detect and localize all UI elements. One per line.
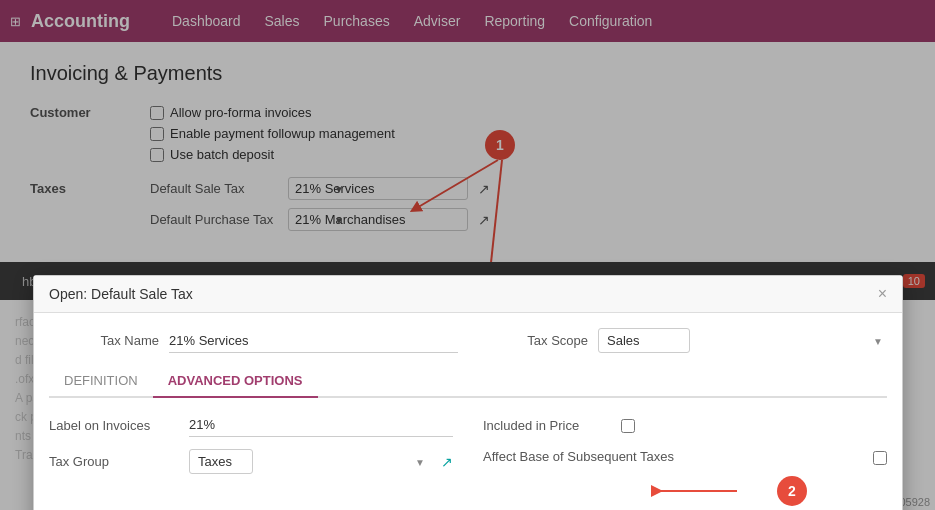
tax-name-label: Tax Name <box>49 333 159 348</box>
label-on-invoices-input[interactable] <box>189 413 453 437</box>
modal-dialog: Open: Default Sale Tax × Tax Name Tax Sc… <box>33 275 903 510</box>
annotation-area: 2 <box>49 486 887 510</box>
modal-top-form-row: Tax Name Tax Scope Sales Purchases None … <box>49 328 887 353</box>
tab-content: Label on Invoices Included in Price Tax … <box>49 413 887 474</box>
tax-group-select[interactable]: Taxes <box>189 449 253 474</box>
modal-overlay: Open: Default Sale Tax × Tax Name Tax Sc… <box>0 0 935 510</box>
included-in-price-label: Included in Price <box>483 418 613 433</box>
tax-scope-label: Tax Scope <box>478 333 588 348</box>
modal-header: Open: Default Sale Tax × <box>34 276 902 313</box>
affect-base-checkbox[interactable] <box>873 451 887 465</box>
modal-title: Open: Default Sale Tax <box>49 286 193 302</box>
included-in-price-group: Included in Price <box>483 413 887 437</box>
tax-group-select-wrapper: Taxes ▼ <box>189 449 429 474</box>
label-on-invoices-group: Label on Invoices <box>49 413 453 437</box>
tab-advanced-options[interactable]: ADVANCED OPTIONS <box>153 365 318 398</box>
affect-base-label: Affect Base of Subsequent Taxes <box>483 449 865 464</box>
modal-close-button[interactable]: × <box>878 286 887 302</box>
tax-name-input[interactable] <box>169 329 458 353</box>
tax-scope-select[interactable]: Sales Purchases None <box>598 328 690 353</box>
tab-definition[interactable]: DEFINITION <box>49 365 153 398</box>
tax-group-label: Tax Group <box>49 454 179 469</box>
label-on-invoices-label: Label on Invoices <box>49 418 179 433</box>
tax-group-group: Tax Group Taxes ▼ ↗ <box>49 449 453 474</box>
modal-tabs: DEFINITION ADVANCED OPTIONS <box>49 365 887 398</box>
annotation-2-arrow <box>627 471 827 510</box>
tax-group-arrow-icon: ▼ <box>415 456 425 467</box>
tax-scope-group: Tax Scope Sales Purchases None ▼ <box>478 328 887 353</box>
tax-scope-arrow-icon: ▼ <box>873 335 883 346</box>
advanced-options-row1: Label on Invoices Included in Price <box>49 413 887 437</box>
tax-scope-select-wrapper: Sales Purchases None ▼ <box>598 328 887 353</box>
modal-body: Tax Name Tax Scope Sales Purchases None … <box>34 313 902 510</box>
included-in-price-checkbox[interactable] <box>621 419 635 433</box>
tax-group-ext-link-icon[interactable]: ↗ <box>441 454 453 470</box>
tax-name-group: Tax Name <box>49 329 458 353</box>
